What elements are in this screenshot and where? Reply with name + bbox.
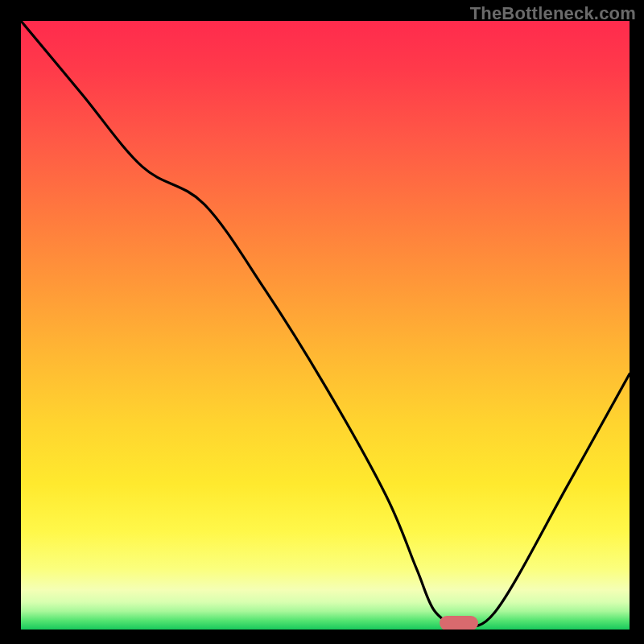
plot-area (21, 21, 630, 630)
curve-path (21, 21, 630, 626)
chart-frame: TheBottleneck.com (0, 0, 644, 644)
bottleneck-curve (21, 21, 630, 630)
watermark-text: TheBottleneck.com (470, 3, 636, 24)
optimum-marker (440, 616, 478, 630)
